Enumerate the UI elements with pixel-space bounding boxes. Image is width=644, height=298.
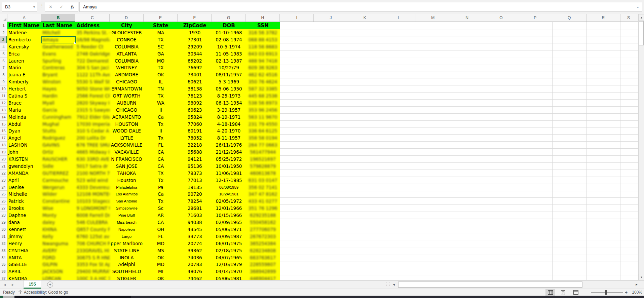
cell-F23[interactable]: 77013 xyxy=(178,177,212,184)
column-header-F[interactable]: F xyxy=(178,14,212,22)
cell-D27[interactable]: Simpsonville xyxy=(110,205,144,212)
cell-G12[interactable]: 06-13-1954 xyxy=(212,100,246,107)
cell-B17[interactable]: Rodriguez xyxy=(41,135,75,142)
cell-H13[interactable]: 353 96 2456 xyxy=(246,107,280,114)
row-header-22[interactable]: 22 xyxy=(0,170,7,177)
row-header-4[interactable]: 4 xyxy=(0,43,7,50)
column-header-E[interactable]: E xyxy=(144,14,178,22)
cell-H14[interactable]: 563 11 9670 xyxy=(246,114,280,121)
cell-C21[interactable]: 5017 Satra dr xyxy=(76,163,110,170)
cell-G14[interactable]: 8-19-1971 xyxy=(212,114,246,121)
cell-B32[interactable]: Nwanguma xyxy=(41,240,75,247)
cell-D29[interactable]: Miss beach xyxy=(110,219,144,226)
cell-E22[interactable]: TX xyxy=(144,170,178,177)
cell-C4[interactable]: 5 Reeder Ct xyxy=(76,43,110,50)
cell-G37[interactable]: 05/06/1981 xyxy=(212,275,246,280)
cell-B31[interactable]: Kelly xyxy=(41,233,75,240)
row-header-34[interactable]: 34 xyxy=(0,254,7,261)
cell-B16[interactable]: Stutts xyxy=(41,127,75,135)
cell-H22[interactable]: 460613678 xyxy=(246,170,280,177)
tab-scrollbar-splitter[interactable]: ⋮⋮ xyxy=(385,282,391,286)
cell-F32[interactable]: 20774 xyxy=(178,240,212,247)
cell-A14[interactable]: Melinda xyxy=(7,114,41,121)
cell-G22[interactable]: 11/06/1981 xyxy=(212,170,246,177)
view-normal-button[interactable] xyxy=(545,289,555,296)
cell-G7[interactable]: 10/22/79 xyxy=(212,64,246,71)
cell-F21[interactable]: 95136 xyxy=(178,163,212,170)
cell-H5[interactable]: 643 03 6913 xyxy=(246,50,280,58)
cell-F33[interactable]: 39362 xyxy=(178,247,212,254)
cell-G32[interactable]: 06/01/1975 xyxy=(212,240,246,247)
cell-A27[interactable]: Brooks xyxy=(7,205,41,212)
column-header-J[interactable]: J xyxy=(314,14,348,22)
cell-F12[interactable]: 98092 xyxy=(178,100,212,107)
cell-D6[interactable]: COLUMBIA xyxy=(110,58,144,65)
row-header-29[interactable]: 29 xyxy=(0,219,7,226)
select-all-corner[interactable] xyxy=(0,14,7,22)
cell-G5[interactable]: 11-05-1983 xyxy=(212,50,246,58)
cell-D21[interactable]: SAN JOSE xyxy=(110,163,144,170)
cell-C15[interactable]: 17030 Imperia xyxy=(76,121,110,128)
cell-F11[interactable]: 76123 xyxy=(178,92,212,100)
cell-A23[interactable]: April xyxy=(7,177,41,184)
cell-G10[interactable]: 05-06-1950 xyxy=(212,85,246,92)
row-header-14[interactable]: 14 xyxy=(0,114,7,121)
cell-D32[interactable]: pper Marlboro xyxy=(110,240,144,247)
column-header-L[interactable]: L xyxy=(382,14,416,22)
vertical-scroll-thumb[interactable] xyxy=(639,21,644,45)
column-header-I[interactable]: I xyxy=(280,14,314,22)
column-header-C[interactable]: C xyxy=(75,14,109,22)
cell-F19[interactable]: 95688 xyxy=(178,149,212,156)
cell-F17[interactable]: 78052 xyxy=(178,135,212,142)
cell-B9[interactable]: Winston xyxy=(41,78,75,85)
cell-G6[interactable]: 02-13-1987 xyxy=(212,58,246,65)
cell-G27[interactable]: 12/01/1966 xyxy=(212,205,246,212)
cell-H9[interactable]: 350 76 4624 xyxy=(246,78,280,85)
row-header-18[interactable]: 18 xyxy=(0,142,7,149)
column-header-S[interactable]: S xyxy=(620,14,638,22)
cell-H21[interactable]: 579828879 xyxy=(246,163,280,170)
cell-E24[interactable]: Pa xyxy=(144,184,178,191)
cell-D35[interactable]: Adelphi xyxy=(110,261,144,268)
cell-H18[interactable]: 264 77 0663 xyxy=(246,142,280,149)
cell-E23[interactable]: Tx xyxy=(144,177,178,184)
cell-D24[interactable]: Philadelphia xyxy=(110,184,144,191)
cell-F10[interactable]: 38138 xyxy=(178,85,212,92)
cell-E16[interactable]: Il xyxy=(144,127,178,135)
cell-E17[interactable]: Tx xyxy=(144,135,178,142)
cell-F25[interactable]: 90720 xyxy=(178,191,212,198)
cell-H17[interactable]: 358 58 0194 xyxy=(246,135,280,142)
cell-A34[interactable]: ANITA xyxy=(7,254,41,261)
column-header-R[interactable]: R xyxy=(586,14,620,22)
cell-H37[interactable]: 446904417 xyxy=(246,275,280,280)
cell-E26[interactable]: Tx xyxy=(144,198,178,205)
scroll-up-icon[interactable]: ▲ xyxy=(639,14,644,21)
cell-D19[interactable]: VACAVILLE xyxy=(110,149,144,156)
cell-E3[interactable]: TX xyxy=(144,36,178,43)
cell-E18[interactable]: FL xyxy=(144,142,178,149)
vertical-scrollbar[interactable]: ▲ ▼ xyxy=(638,14,644,280)
zoom-level[interactable]: 100% xyxy=(630,290,642,295)
enter-icon[interactable]: ✓ xyxy=(60,4,64,9)
cell-D18[interactable]: ACKSONVILLE xyxy=(110,142,144,149)
cell-G35[interactable]: 12/16/1979 xyxy=(212,261,246,268)
cell-A28[interactable]: Daphne xyxy=(7,212,41,219)
cell-E33[interactable]: MS xyxy=(144,247,178,254)
cell-B34[interactable]: FORD xyxy=(41,254,75,261)
cell-D34[interactable]: INOLA xyxy=(110,254,144,261)
cell-F2[interactable]: 1930 xyxy=(178,29,212,36)
cell-C11[interactable]: 2566 Forest CP xyxy=(76,92,110,100)
cell-A24[interactable]: Denise xyxy=(7,184,41,191)
cell-G31[interactable]: 03/09/1987 xyxy=(212,233,246,240)
cell-A8[interactable]: Juana E xyxy=(7,71,41,78)
cell-D3[interactable]: CONROE xyxy=(110,36,144,43)
cell-H6[interactable]: 488 94 7418 xyxy=(246,58,280,65)
view-page-break-button[interactable] xyxy=(571,289,580,296)
cell-A11[interactable]: Catina S xyxy=(7,92,41,100)
cell-G2[interactable]: 01-10-1968 xyxy=(212,29,246,36)
cell-B36[interactable]: JACKSON xyxy=(41,268,75,275)
cell-A30[interactable]: Kennett xyxy=(7,226,41,233)
cell-F18[interactable]: 32218 xyxy=(178,142,212,149)
column-header-M[interactable]: M xyxy=(416,14,450,22)
cell-G8[interactable]: 08/11/1957 xyxy=(212,71,246,78)
